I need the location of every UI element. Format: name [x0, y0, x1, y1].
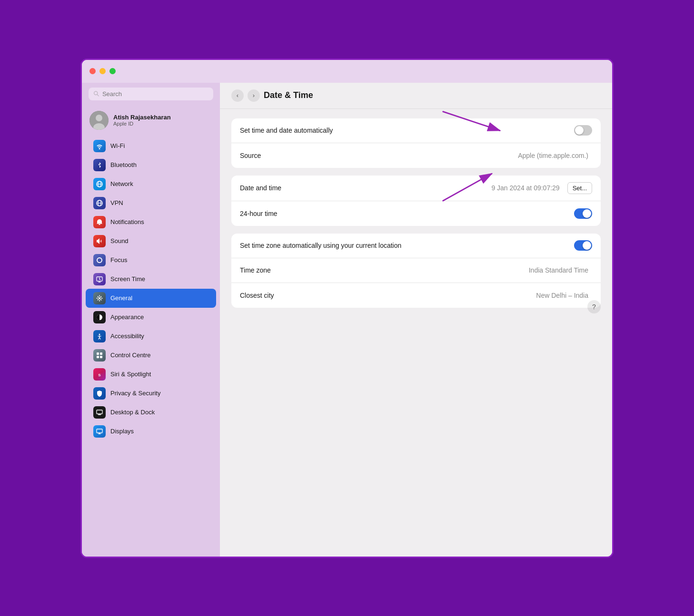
toggle-auto-timezone[interactable] [574, 240, 592, 251]
sidebar-item-label: Wi-Fi [110, 142, 125, 149]
set-button-date-time[interactable]: Set... [567, 182, 592, 194]
minimize-button[interactable] [99, 68, 106, 74]
svg-rect-17 [97, 356, 99, 358]
toggle-24hr[interactable] [574, 208, 592, 219]
sidebar-item-desktop[interactable]: Desktop & Dock [86, 403, 216, 422]
sidebar-item-label: Desktop & Dock [110, 409, 155, 416]
general-icon [93, 292, 106, 304]
sidebar-item-general[interactable]: General [86, 289, 216, 308]
accessibility-icon [93, 330, 106, 342]
avatar [89, 111, 109, 130]
sidebar-item-label: General [110, 294, 132, 302]
row-label: Set time zone automatically using your c… [240, 242, 574, 249]
search-icon [93, 90, 99, 97]
sidebar-item-label: Screen Time [110, 275, 145, 283]
maximize-button[interactable] [109, 68, 116, 74]
sidebar-item-notifications[interactable]: Notifications [86, 213, 216, 232]
row-value: New Delhi – India [536, 292, 588, 299]
sidebar-item-label: Appearance [110, 313, 144, 321]
toggle-knob [583, 241, 591, 250]
user-profile[interactable]: Atish Rajasekharan Apple ID [82, 107, 220, 137]
row-label: Source [240, 152, 518, 159]
user-info: Atish Rajasekharan Apple ID [113, 114, 171, 127]
svg-text:S: S [98, 372, 101, 377]
toggle-knob [575, 126, 584, 135]
row-24hr: 24-hour time [231, 201, 601, 226]
svg-point-14 [99, 333, 100, 335]
back-button[interactable]: ‹ [231, 89, 244, 102]
row-timezone: Time zoneIndia Standard Time [231, 258, 601, 283]
sidebar-item-label: Sound [110, 237, 129, 244]
sidebar-item-label: Focus [110, 256, 127, 264]
svg-line-1 [97, 95, 99, 96]
sidebar-item-accessibility[interactable]: Accessibility [86, 327, 216, 346]
row-auto-time: Set time and date automatically [231, 118, 601, 143]
main-content: ‹ › Date & Time [220, 83, 612, 557]
sidebar-item-screentime[interactable]: Screen Time [86, 270, 216, 289]
sidebar-item-privacy[interactable]: Privacy & Security [86, 384, 216, 403]
svg-rect-15 [97, 352, 99, 355]
row-label: Closest city [240, 292, 536, 299]
sidebar-item-focus[interactable]: Focus [86, 251, 216, 270]
window-content: Atish Rajasekharan Apple ID Wi-FiBluetoo… [82, 83, 612, 557]
sidebar-item-label: Siri & Spotlight [110, 371, 151, 378]
user-name: Atish Rajasekharan [113, 114, 171, 121]
toggle-auto-time[interactable] [574, 125, 592, 136]
main-body: Set time and date automaticallySourceApp… [220, 109, 612, 325]
sound-icon [93, 235, 106, 247]
notif-icon [93, 216, 106, 228]
wifi-icon [93, 140, 106, 152]
forward-button[interactable]: › [248, 89, 260, 102]
network-icon [93, 178, 106, 190]
sidebar-item-vpn[interactable]: VPN [86, 194, 216, 213]
controlcentre-icon [93, 349, 106, 362]
sidebar-item-controlcentre[interactable]: Control Centre [86, 346, 216, 365]
row-label: Time zone [240, 266, 529, 274]
search-box[interactable] [89, 88, 213, 100]
focus-icon [93, 254, 106, 266]
settings-sections: Set time and date automaticallySourceApp… [231, 118, 601, 308]
svg-rect-18 [100, 356, 102, 358]
sidebar-item-bluetooth[interactable]: Bluetooth [86, 156, 216, 175]
desktop-icon [93, 406, 106, 419]
svg-rect-21 [97, 410, 102, 414]
row-label: 24-hour time [240, 210, 574, 217]
row-value: 9 Jan 2024 at 09:07:29 [491, 184, 559, 192]
sidebar-item-label: Bluetooth [110, 161, 137, 168]
svg-rect-23 [97, 429, 102, 433]
row-closest-city: Closest cityNew Delhi – India [231, 283, 601, 308]
sidebar-item-label: Displays [110, 428, 134, 435]
help-button[interactable]: ? [587, 300, 601, 313]
close-button[interactable] [89, 68, 96, 74]
sidebar-item-wifi[interactable]: Wi-Fi [86, 137, 216, 156]
title-bar [82, 60, 612, 83]
sidebar-item-label: Privacy & Security [110, 390, 160, 397]
page-title: Date & Time [264, 90, 313, 100]
sidebar-item-label: VPN [110, 199, 123, 206]
toggle-knob [583, 209, 591, 218]
appearance-icon [93, 311, 106, 323]
svg-rect-16 [100, 352, 102, 355]
section-timezone-section: Set time zone automatically using your c… [231, 234, 601, 308]
sidebar-item-label: Notifications [110, 218, 144, 225]
displays-icon [93, 425, 106, 438]
siri-icon: S [93, 368, 106, 381]
section-time-section: Date and time9 Jan 2024 at 09:07:29Set..… [231, 176, 601, 226]
vpn-icon [93, 197, 106, 209]
system-preferences-window: Atish Rajasekharan Apple ID Wi-FiBluetoo… [80, 59, 614, 558]
svg-rect-22 [98, 414, 101, 415]
search-input[interactable] [102, 90, 208, 98]
row-value: Apple (time.apple.com.) [518, 152, 588, 159]
sidebar-item-label: Accessibility [110, 332, 144, 340]
section-auto-section: Set time and date automaticallySourceApp… [231, 118, 601, 168]
sidebar-item-sound[interactable]: Sound [86, 232, 216, 251]
row-label: Date and time [240, 184, 491, 192]
privacy-icon [93, 387, 106, 400]
user-subtitle: Apple ID [113, 121, 171, 127]
sidebar-item-network[interactable]: Network [86, 175, 216, 194]
sidebar-item-siri[interactable]: SSiri & Spotlight [86, 365, 216, 384]
sidebar-item-displays[interactable]: Displays [86, 422, 216, 441]
svg-point-12 [99, 297, 100, 299]
sidebar-item-appearance[interactable]: Appearance [86, 308, 216, 327]
row-value: India Standard Time [529, 266, 588, 274]
